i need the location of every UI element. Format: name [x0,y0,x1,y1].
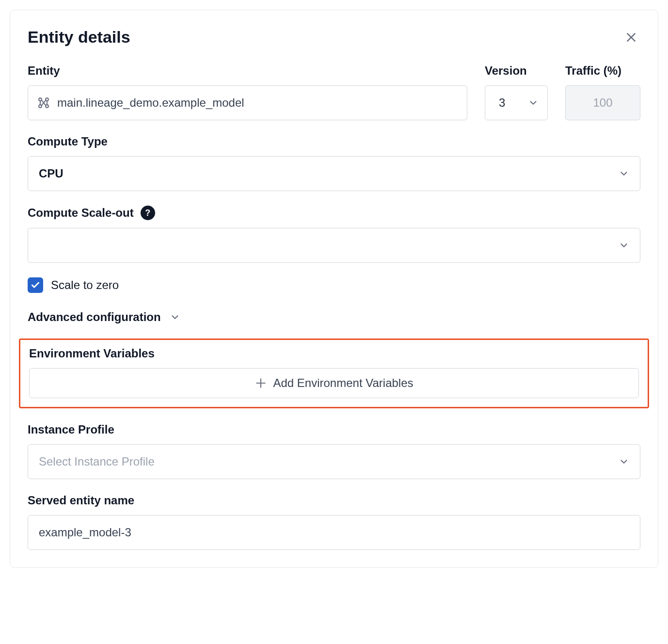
instance-profile-select[interactable]: Select Instance Profile [28,444,640,479]
chevron-down-icon [528,97,539,108]
compute-type-label: Compute Type [28,135,640,148]
version-field-group: Version 3 [485,64,548,120]
help-icon[interactable]: ? [141,206,155,220]
advanced-config-label: Advanced configuration [28,310,161,324]
compute-type-section: Compute Type CPU [28,135,640,191]
served-entity-name-label: Served entity name [28,494,640,507]
panel-header: Entity details [28,28,640,47]
chevron-down-icon [619,240,629,251]
scale-to-zero-checkbox[interactable] [28,277,43,293]
traffic-field-group: Traffic (%) 100 [565,64,640,120]
instance-profile-placeholder: Select Instance Profile [39,455,155,468]
add-env-vars-button[interactable]: Add Environment Variables [29,368,639,398]
scale-to-zero-row: Scale to zero [28,277,640,293]
instance-profile-section: Instance Profile Select Instance Profile [28,423,640,479]
model-icon [37,96,50,110]
version-select[interactable]: 3 [485,85,548,120]
check-icon [31,280,40,290]
top-fields-row: Entity main.lineage_demo.example_model V… [28,64,640,120]
compute-scaleout-label: Compute Scale-out [28,206,134,220]
traffic-input: 100 [565,85,640,120]
instance-profile-label: Instance Profile [28,423,640,436]
compute-type-value: CPU [39,167,64,180]
compute-scaleout-select[interactable] [28,228,640,263]
version-label: Version [485,64,548,78]
add-env-vars-label: Add Environment Variables [273,376,413,390]
served-entity-name-input[interactable] [28,515,640,550]
plus-icon [254,377,267,389]
chevron-down-icon [170,312,180,322]
traffic-label: Traffic (%) [565,64,640,78]
entity-label: Entity [28,64,467,78]
version-value: 3 [499,96,505,110]
entity-input[interactable]: main.lineage_demo.example_model [28,85,467,120]
scale-to-zero-label: Scale to zero [51,278,119,292]
compute-scaleout-section: Compute Scale-out ? [28,206,640,263]
traffic-value: 100 [593,96,612,110]
compute-type-select[interactable]: CPU [28,156,640,191]
env-vars-highlight: Environment Variables Add Environment Va… [19,338,649,408]
compute-scaleout-label-row: Compute Scale-out ? [28,206,640,220]
chevron-down-icon [619,456,629,467]
served-entity-name-section: Served entity name [28,494,640,550]
entity-field-group: Entity main.lineage_demo.example_model [28,64,467,120]
chevron-down-icon [619,168,629,179]
panel-title: Entity details [28,28,130,47]
advanced-config-toggle[interactable]: Advanced configuration [28,310,640,324]
close-button[interactable] [622,28,640,47]
close-icon [625,31,637,44]
entity-value: main.lineage_demo.example_model [57,96,244,110]
entity-details-panel: Entity details Entity [10,10,658,568]
env-vars-label: Environment Variables [29,347,639,360]
